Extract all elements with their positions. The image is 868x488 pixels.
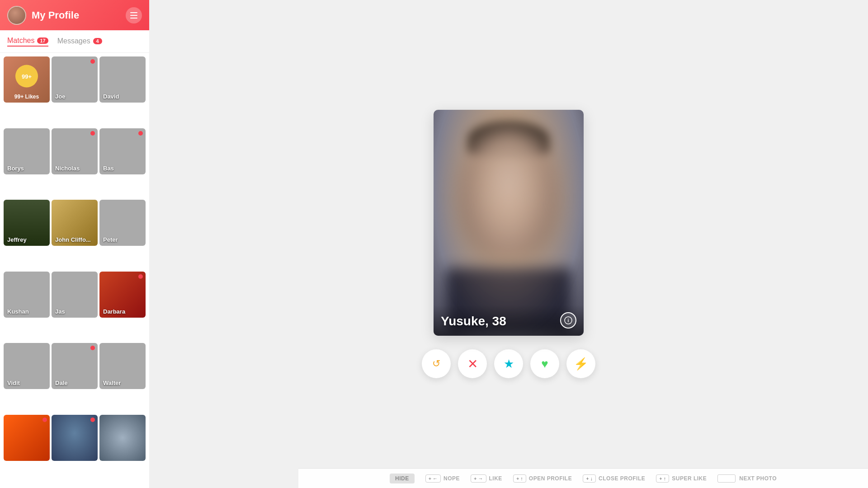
- nope-label: NOPE: [443, 475, 460, 482]
- new-dot-nicholas: [90, 131, 95, 136]
- match-card-vidit[interactable]: Vidit: [4, 343, 50, 389]
- photo-overlay: Yusuke, 38 i: [434, 305, 584, 336]
- match-card-dale[interactable]: Dale: [52, 343, 98, 389]
- match-card-joe[interactable]: Joe: [52, 56, 98, 103]
- match-card-jas[interactable]: Jas: [52, 272, 98, 318]
- svg-text:i: i: [568, 318, 569, 323]
- avatar[interactable]: [7, 6, 26, 25]
- superlike-button[interactable]: ★: [494, 349, 523, 378]
- nope-key: + ←: [425, 474, 441, 483]
- new-dot-joe: [90, 59, 95, 64]
- card-photo-row5c: [99, 415, 146, 461]
- card-name-vidit: Vidit: [7, 380, 20, 386]
- face-blur: [459, 132, 558, 259]
- action-buttons: ↺ ✕ ★ ♥ ⚡: [422, 349, 595, 378]
- new-dot-row5b: [90, 418, 95, 422]
- new-dot-bas: [138, 131, 143, 136]
- shortcuts-bar: HIDE + ← NOPE + → LIKE + ↑ OPEN PROFILE: [298, 468, 868, 488]
- boost-button[interactable]: ⚡: [566, 349, 595, 378]
- match-card-peter[interactable]: Peter: [99, 200, 146, 246]
- card-name-walter: Walter: [103, 380, 121, 386]
- shortcut-like: + → LIKE: [471, 474, 502, 483]
- card-name-john: John Cliffo...: [55, 236, 91, 243]
- card-photo-row5a: [4, 415, 50, 461]
- match-card-kushan[interactable]: Kushan: [4, 272, 50, 318]
- card-name-jas: Jas: [55, 308, 65, 315]
- shortcut-next-photo: NEXT PHOTO: [717, 474, 777, 483]
- main-content: Yusuke, 38 i ↺ ✕ ★ ♥ ⚡ HIDE + ← NOPE: [149, 0, 868, 488]
- match-card-row5b[interactable]: [52, 415, 98, 461]
- match-card-borys[interactable]: Borys: [4, 128, 50, 174]
- match-card-row5c[interactable]: [99, 415, 146, 461]
- match-card-darbara[interactable]: Darbara: [99, 272, 146, 318]
- match-card-row5a[interactable]: [4, 415, 50, 461]
- matches-badge: 17: [37, 38, 48, 44]
- card-photo-row5b: [52, 415, 98, 461]
- match-card-david[interactable]: David: [99, 56, 146, 103]
- hide-button[interactable]: HIDE: [390, 474, 415, 483]
- new-dot-darbara: [138, 274, 143, 279]
- open-profile-key: + ↑: [513, 474, 526, 483]
- like-key: + →: [471, 474, 486, 483]
- profile-photo: [434, 110, 584, 336]
- super-like-label: SUPER LIKE: [672, 475, 707, 482]
- person-name: Yusuke, 38: [441, 314, 506, 328]
- card-name-joe: Joe: [55, 93, 65, 100]
- like-label: LIKE: [489, 475, 502, 482]
- matches-grid: 99+ 99+ Likes Joe David Borys Nicholas: [0, 53, 149, 488]
- card-name-kushan: Kushan: [7, 308, 29, 315]
- card-name-nicholas: Nicholas: [55, 165, 80, 172]
- likes-label: 99+ Likes: [4, 94, 50, 100]
- info-icon: i: [564, 316, 572, 324]
- tab-messages[interactable]: Messages 4: [57, 37, 102, 46]
- match-card-john[interactable]: John Cliffo...: [52, 200, 98, 246]
- card-name-darbara: Darbara: [103, 308, 125, 315]
- new-dot-row5a: [42, 418, 47, 422]
- open-profile-label: OPEN PROFILE: [529, 475, 572, 482]
- shortcut-close-profile: + ↓ CLOSE PROFILE: [583, 474, 645, 483]
- likes-card[interactable]: 99+ 99+ Likes: [4, 56, 50, 103]
- tab-messages-label: Messages: [57, 37, 90, 45]
- card-name-borys: Borys: [7, 165, 24, 172]
- rewind-button[interactable]: ↺: [422, 349, 451, 378]
- tab-matches[interactable]: Matches 17: [7, 37, 48, 47]
- match-card-bas[interactable]: Bas: [99, 128, 146, 174]
- match-card-jeffrey[interactable]: Jeffrey: [4, 200, 50, 246]
- profile-title: My Profile: [32, 9, 126, 21]
- card-name-david: David: [103, 93, 119, 100]
- card-name-peter: Peter: [103, 236, 118, 243]
- close-profile-key: + ↓: [583, 474, 596, 483]
- sidebar: My Profile Matches 17 Messages 4 99+ 99+…: [0, 0, 149, 488]
- hamburger-icon: [130, 12, 137, 19]
- app-header: My Profile: [0, 0, 149, 30]
- tabs-bar: Matches 17 Messages 4: [0, 30, 149, 53]
- shortcut-nope: + ← NOPE: [425, 474, 460, 483]
- nope-button[interactable]: ✕: [458, 349, 487, 378]
- profile-card: Yusuke, 38 i: [434, 110, 584, 336]
- hair-blur: [468, 121, 549, 157]
- card-name-jeffrey: Jeffrey: [7, 236, 27, 243]
- tab-matches-label: Matches: [7, 37, 34, 45]
- likes-badge-count: 99+: [15, 65, 38, 88]
- new-dot-dale: [90, 346, 95, 350]
- close-profile-label: CLOSE PROFILE: [599, 475, 645, 482]
- messages-badge: 4: [93, 38, 102, 44]
- menu-button[interactable]: [126, 7, 142, 23]
- info-button[interactable]: i: [560, 312, 576, 328]
- match-card-nicholas[interactable]: Nicholas: [52, 128, 98, 174]
- spacebar-key: [717, 474, 736, 483]
- card-name-bas: Bas: [103, 165, 114, 172]
- super-like-key: + ↑: [656, 474, 669, 483]
- match-card-walter[interactable]: Walter: [99, 343, 146, 389]
- like-button[interactable]: ♥: [530, 349, 559, 378]
- card-name-dale: Dale: [55, 380, 67, 386]
- shortcut-super-like: + ↑ SUPER LIKE: [656, 474, 707, 483]
- shortcut-open-profile: + ↑ OPEN PROFILE: [513, 474, 572, 483]
- next-photo-label: NEXT PHOTO: [739, 475, 777, 482]
